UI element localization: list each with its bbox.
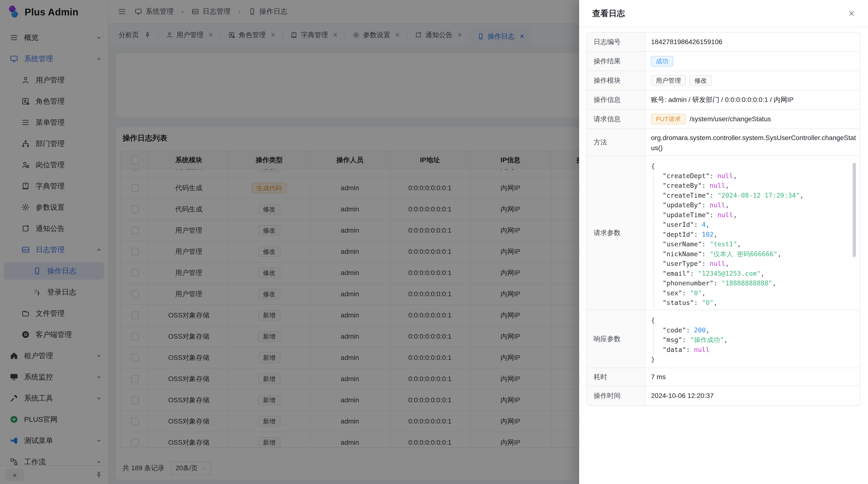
json-line: "deptId": 102, xyxy=(662,230,804,239)
json-comma: , xyxy=(772,279,776,287)
json-comma: , xyxy=(713,299,717,306)
method-value: org.dromara.system.controller.system.Sys… xyxy=(651,133,856,153)
duration-value: 7 ms xyxy=(645,368,860,386)
request-params-json: { "createDept": null,"createBy": null,"c… xyxy=(651,161,804,308)
json-colon: : xyxy=(690,270,698,277)
json-comma: , xyxy=(724,336,728,344)
json-key: "updateTime" xyxy=(662,211,710,219)
response-params-json: { "code": 200,"msg": "操作成功","data": null… xyxy=(651,316,728,364)
json-comma: , xyxy=(737,240,741,248)
drawer-header: 查看日志 ✕ xyxy=(579,0,868,27)
json-key: "updateBy" xyxy=(662,201,702,209)
json-value: 4 xyxy=(702,221,706,228)
view-log-drawer: 查看日志 ✕ 日志编号 1842781986426159106 操作结果 成功 … xyxy=(579,0,868,484)
operation-info-value: 账号: admin / 研发部门 / 0:0:0:0:0:0:0:1 / 内网I… xyxy=(645,90,860,109)
log-id-value: 1842781986426159106 xyxy=(645,33,860,51)
json-value: "test1" xyxy=(710,240,737,248)
json-colon: : xyxy=(694,231,702,238)
json-line: "email": "12345@1253.com", xyxy=(662,269,804,279)
request-url: /system/user/changeStatus xyxy=(689,115,771,123)
json-key: "email" xyxy=(662,270,690,277)
detail-label: 操作模块 xyxy=(587,71,645,90)
json-colon: : xyxy=(713,279,721,287)
detail-label: 操作时间 xyxy=(587,386,645,406)
json-line: "msg": "操作成功", xyxy=(662,335,728,345)
json-key: "phonenumber" xyxy=(662,279,713,287)
detail-label: 操作结果 xyxy=(587,52,645,71)
json-value: "0" xyxy=(702,299,714,306)
detail-row-result: 操作结果 成功 xyxy=(587,52,860,71)
json-key: "createBy" xyxy=(662,182,702,189)
json-comma: , xyxy=(725,201,729,209)
json-key: "createTime" xyxy=(662,192,710,199)
json-value: 200 xyxy=(694,326,706,334)
json-line: "createTime": "2024-08-12 17:20:34", xyxy=(662,191,804,200)
status-badge: 成功 xyxy=(651,56,673,67)
json-comma: , xyxy=(706,221,710,228)
json-colon: : xyxy=(702,182,710,189)
json-line: "createBy": null, xyxy=(662,181,804,191)
operation-time-value: 2024-10-06 12:20:37 xyxy=(645,386,860,406)
json-colon: : xyxy=(694,221,702,228)
json-key: "data" xyxy=(662,346,686,353)
json-comma: , xyxy=(733,172,737,180)
json-line: "userName": "test1", xyxy=(662,239,804,249)
json-line: "updateTime": null, xyxy=(662,210,804,220)
json-colon: : xyxy=(682,289,690,297)
json-value: "操作成功" xyxy=(690,336,724,344)
json-comma: , xyxy=(761,270,764,277)
json-colon: : xyxy=(710,211,717,219)
json-value: null xyxy=(717,172,733,180)
json-key: "msg" xyxy=(662,336,682,344)
drawer-title: 查看日志 xyxy=(592,8,625,19)
detail-row-time: 操作时间 2024-10-06 12:20:37 xyxy=(587,386,860,406)
detail-row-request: 请求信息 PUT请求 /system/user/changeStatus xyxy=(587,110,860,129)
json-colon: : xyxy=(710,192,717,199)
detail-row-info: 操作信息 账号: admin / 研发部门 / 0:0:0:0:0:0:0:1 … xyxy=(587,90,860,110)
detail-label: 耗时 xyxy=(587,368,645,386)
json-line: "updateBy": null, xyxy=(662,200,804,210)
detail-row-request-params: 请求参数 { "createDept": null,"createBy": nu… xyxy=(587,156,860,310)
json-colon: : xyxy=(702,240,710,248)
json-comma: , xyxy=(800,192,804,199)
json-line: "code": 200, xyxy=(662,325,728,335)
json-comma: , xyxy=(702,289,706,297)
json-key: "code" xyxy=(662,326,686,334)
json-key: "sex" xyxy=(662,289,682,297)
json-line: "nickName": "仅本人 密码666666", xyxy=(662,249,804,259)
json-line: "status": "0", xyxy=(662,298,804,308)
http-method-badge: PUT请求 xyxy=(651,114,686,124)
json-value: null xyxy=(710,201,725,209)
detail-label: 方法 xyxy=(587,129,645,156)
json-colon: : xyxy=(702,250,710,258)
json-colon: : xyxy=(702,201,710,209)
close-icon[interactable]: ✕ xyxy=(848,9,855,18)
log-detail-table: 日志编号 1842781986426159106 操作结果 成功 操作模块 用户… xyxy=(586,32,860,406)
json-key: "status" xyxy=(662,299,694,306)
json-comma: , xyxy=(725,182,729,189)
detail-label: 响应参数 xyxy=(587,310,645,367)
json-value: null xyxy=(710,260,725,267)
json-line: "phonenumber": "18888888888", xyxy=(662,279,804,288)
json-comma: , xyxy=(725,260,729,267)
json-value: 102 xyxy=(702,231,714,238)
json-value: null xyxy=(710,182,725,189)
json-value: null xyxy=(717,211,733,219)
json-key: "userName" xyxy=(662,240,702,248)
json-key: "userType" xyxy=(662,260,702,267)
detail-label: 日志编号 xyxy=(587,33,645,51)
app-root: Plus Admin 概览系统管理用户管理角色管理菜单管理部门管理岗位管理字典管… xyxy=(0,0,868,484)
json-colon: : xyxy=(686,346,694,353)
json-comma: , xyxy=(777,250,781,258)
detail-label: 请求参数 xyxy=(587,156,645,310)
json-line: "createDept": null, xyxy=(662,171,804,181)
json-comma: , xyxy=(733,211,737,219)
json-value: "12345@1253.com" xyxy=(698,270,761,277)
json-key: "userId" xyxy=(662,221,694,228)
scrollbar-thumb[interactable] xyxy=(852,163,856,257)
module-tag: 用户管理 xyxy=(651,75,686,86)
json-value: "2024-08-12 17:20:34" xyxy=(717,192,800,199)
detail-row-duration: 耗时 7 ms xyxy=(587,368,860,386)
json-colon: : xyxy=(686,326,694,334)
json-value: "0" xyxy=(690,289,702,297)
